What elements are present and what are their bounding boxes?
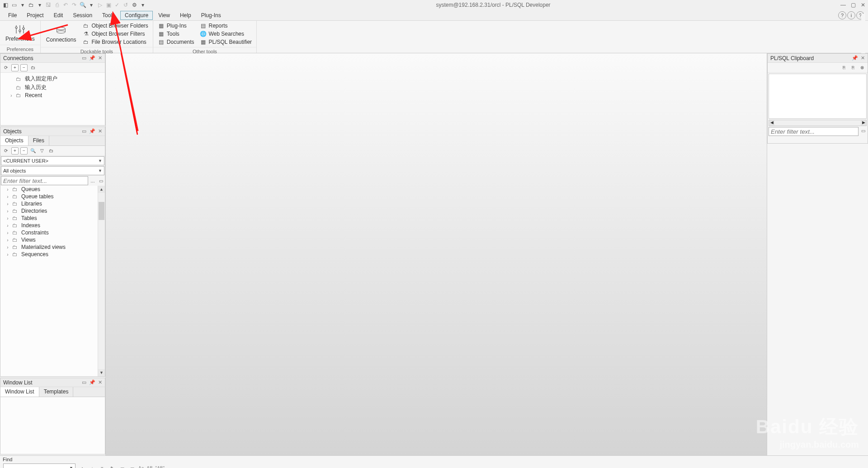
tab-window-list[interactable]: Window List <box>0 387 39 397</box>
maximize-button[interactable]: ▢ <box>850 2 856 8</box>
search-dropdown-icon[interactable]: ▾ <box>88 1 95 9</box>
panel-restore-button[interactable]: ▭ <box>82 128 86 134</box>
ribbon-collapse-icon[interactable]: ˆ <box>861 13 865 53</box>
tab-objects[interactable]: Objects <box>0 136 28 145</box>
menu-session[interactable]: Session <box>68 11 97 20</box>
objects-filter-input[interactable] <box>1 176 88 185</box>
minimize-button[interactable]: — <box>840 2 846 8</box>
print-icon[interactable]: ⎙ <box>53 1 61 9</box>
redo-icon[interactable]: ↷ <box>71 1 78 9</box>
web-searches-button[interactable]: 🌐Web Searches <box>198 30 254 38</box>
documents-button[interactable]: ▤Documents <box>156 38 196 46</box>
find-prev-icon[interactable]: ↑ <box>79 464 86 468</box>
folder-icon[interactable]: 🗀 <box>29 64 37 71</box>
tree-item[interactable]: ›🗀Queues <box>0 186 105 193</box>
object-browser-filters-button[interactable]: ⚗Object Browser Filters <box>80 30 150 38</box>
tree-item[interactable]: ›🗀Views <box>0 236 105 243</box>
scroll-right-icon[interactable]: ▶ <box>861 120 866 126</box>
panel-close-button[interactable]: ✕ <box>98 55 102 61</box>
tree-item[interactable]: ›🗀Tables <box>0 215 105 222</box>
filter-apply-icon[interactable]: ▭ <box>859 127 867 134</box>
tree-item[interactable]: ›🗀Materialized views <box>0 243 105 251</box>
tree-item[interactable]: ›🗀Constraints <box>0 229 105 236</box>
menu-plugins[interactable]: Plug-Ins <box>197 11 226 20</box>
tree-item[interactable]: ›🗀Recent <box>1 92 104 99</box>
filter-dropdown[interactable]: All objects▼ <box>1 166 104 175</box>
file-browser-locations-button[interactable]: 🗀File Browser Locations <box>80 38 150 46</box>
regex-icon[interactable]: "AB" <box>156 466 165 468</box>
panel-close-button[interactable]: ✕ <box>861 55 865 61</box>
panel-pin-button[interactable]: 📌 <box>89 55 95 61</box>
open-icon[interactable]: 🗀 <box>28 1 35 9</box>
menu-configure[interactable]: Configure <box>120 11 153 20</box>
new-icon[interactable]: ▭ <box>10 1 18 9</box>
panel-restore-button[interactable]: ▭ <box>82 55 86 61</box>
menu-help[interactable]: Help <box>175 11 196 20</box>
info-icon[interactable]: i <box>847 11 855 19</box>
scroll-left-icon[interactable]: ◀ <box>769 120 774 126</box>
panel-pin-button[interactable]: 📌 <box>89 128 95 134</box>
tree-item[interactable]: ›🗀Sequences <box>0 251 105 258</box>
highlight-icon[interactable]: ✎ <box>108 464 116 468</box>
save-icon[interactable]: 🖫 <box>45 1 52 9</box>
panel-close-button[interactable]: ✕ <box>98 128 102 134</box>
preferences-quick-icon[interactable]: ⚙ <box>131 1 138 9</box>
clipboard-filter-input[interactable] <box>769 127 859 136</box>
match-case-icon[interactable]: Aa <box>138 466 144 468</box>
filter-more-icon[interactable]: … <box>89 177 96 184</box>
clear-icon[interactable]: ⊗ <box>859 64 866 71</box>
scrollbar-thumb[interactable] <box>99 202 104 220</box>
tab-files[interactable]: Files <box>28 136 49 145</box>
execute-icon[interactable]: ▷ <box>96 1 104 9</box>
folder-options-icon[interactable]: 🗀 <box>47 147 55 154</box>
tree-item[interactable]: ›🗀Libraries <box>0 200 105 207</box>
remove-icon[interactable]: − <box>20 64 28 71</box>
tree-item[interactable]: ›🗀Indexes <box>0 222 105 229</box>
scrollbar[interactable]: ▲ ▼ <box>98 186 105 376</box>
find-icon[interactable]: 🔍 <box>29 147 37 154</box>
rollback-icon[interactable]: ↺ <box>122 1 129 9</box>
menu-file[interactable]: File <box>4 11 21 20</box>
clipboard-hscroll[interactable]: ◀▶ <box>769 120 867 126</box>
user-dropdown[interactable]: <CURRENT USER>▼ <box>1 156 104 165</box>
tools-button[interactable]: ▦Tools <box>156 30 196 38</box>
connections-button[interactable]: Connections <box>43 24 79 44</box>
find-option-icon[interactable]: ▭ <box>118 464 126 468</box>
tree-item[interactable]: ›🗀Directories <box>0 207 105 215</box>
find-option2-icon[interactable]: ▭ <box>128 464 136 468</box>
refresh-icon[interactable]: ⟳ <box>2 147 9 154</box>
panel-pin-button[interactable]: 📌 <box>89 379 95 385</box>
filter-apply-icon[interactable]: ▭ <box>97 177 104 184</box>
new-dropdown-icon[interactable]: ▾ <box>19 1 26 9</box>
preferences-button[interactable]: Preferences <box>3 23 38 43</box>
refresh-icon[interactable]: ⟳ <box>2 64 9 71</box>
reports-button[interactable]: ▤Reports <box>198 22 254 30</box>
scroll-down-icon[interactable]: ▼ <box>98 369 105 376</box>
customize-dropdown-icon[interactable]: ▾ <box>139 1 146 9</box>
filter-toggle-icon[interactable]: ▽ <box>38 147 46 154</box>
stop-icon[interactable]: ▣ <box>105 1 112 9</box>
open-dropdown-icon[interactable]: ▾ <box>36 1 43 9</box>
delete-icon[interactable]: − <box>20 147 28 154</box>
help-icon[interactable]: ? <box>838 11 846 19</box>
menu-project[interactable]: Project <box>22 11 48 20</box>
scroll-up-icon[interactable]: ▲ <box>98 186 105 193</box>
tree-item[interactable]: ›🗀Queue tables <box>0 193 105 200</box>
whole-word-icon[interactable]: AB <box>146 466 152 468</box>
panel-pin-button[interactable]: 📌 <box>852 55 858 61</box>
close-button[interactable]: ✕ <box>860 2 866 8</box>
plugins-button[interactable]: ▦Plug-Ins <box>156 22 196 30</box>
find-next-icon[interactable]: ↓ <box>89 464 96 468</box>
paste-icon[interactable]: ⎘ <box>849 64 857 71</box>
menu-edit[interactable]: Edit <box>49 11 68 20</box>
beautifier-button[interactable]: ▦PL/SQL Beautifier <box>198 38 254 46</box>
menu-view[interactable]: View <box>154 11 175 20</box>
panel-close-button[interactable]: ✕ <box>98 379 102 385</box>
tab-templates[interactable]: Templates <box>39 387 74 397</box>
find-all-icon[interactable]: ≡ <box>99 464 106 468</box>
find-input[interactable]: ▼ <box>3 463 75 468</box>
search-icon[interactable]: 🔍 <box>79 1 86 9</box>
tree-item[interactable]: 🗀输入历史 <box>1 83 104 92</box>
copy-icon[interactable]: ⎘ <box>840 64 848 71</box>
object-browser-folders-button[interactable]: 🗀Object Browser Folders <box>80 22 150 30</box>
